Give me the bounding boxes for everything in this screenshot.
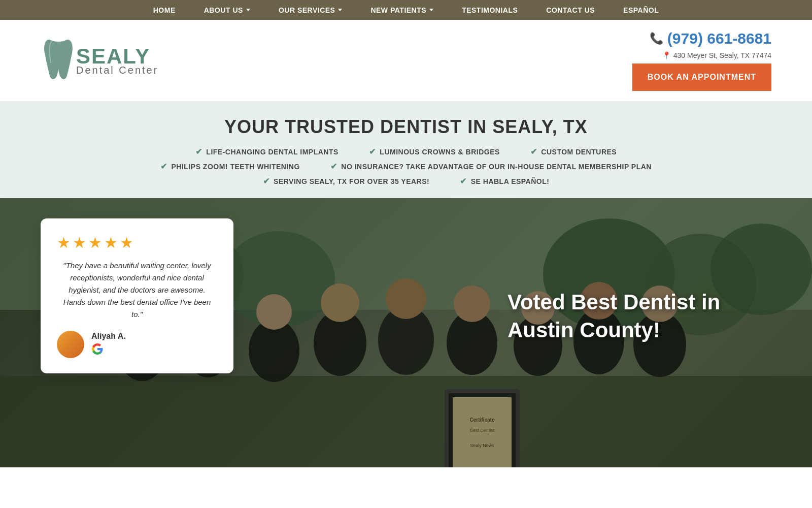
review-card: ★ ★ ★ ★ ★ "They have a beautiful waiting…	[41, 218, 233, 373]
main-navigation: HOME ABOUT US OUR SERVICES NEW PATIENTS …	[0, 0, 812, 20]
google-icon	[91, 343, 126, 357]
feature-dentures: ✔ CUSTOM DENTURES	[530, 147, 617, 156]
phone-number[interactable]: (979) 661-8681	[667, 30, 771, 47]
nav-our-services[interactable]: OUR SERVICES	[264, 0, 357, 20]
logo-text: SEALY Dental Center	[76, 46, 158, 75]
features-row-1: ✔ LIFE-CHANGING DENTAL IMPLANTS ✔ LUMINO…	[195, 147, 617, 156]
header-contact: 📞 (979) 661-8681 📍 430 Meyer St, Sealy, …	[632, 30, 771, 91]
hero-banner: YOUR TRUSTED DENTIST IN SEALY, TX ✔ LIFE…	[0, 101, 812, 198]
feature-whitening: ✔ PHILIPS ZOOM! TEETH WHITENING	[160, 162, 300, 171]
review-text: "They have a beautiful waiting center, l…	[57, 260, 217, 321]
checkmark-icon: ✔	[195, 147, 202, 156]
star-1: ★	[57, 234, 71, 251]
reviewer-avatar	[57, 331, 84, 358]
book-appointment-button[interactable]: BOOK AN APPOINTMENT	[632, 64, 771, 91]
phone-icon: 📞	[650, 32, 663, 45]
feature-implants: ✔ LIFE-CHANGING DENTAL IMPLANTS	[195, 147, 339, 156]
chevron-down-icon	[246, 9, 250, 11]
hero-title: YOUR TRUSTED DENTIST IN SEALY, TX	[10, 116, 802, 138]
map-pin-icon: 📍	[662, 51, 671, 59]
checkmark-icon: ✔	[263, 176, 270, 186]
feature-no-insurance: ✔ NO INSURANCE? TAKE ADVANTAGE OF OUR IN…	[330, 162, 652, 171]
star-5: ★	[120, 234, 133, 251]
checkmark-icon: ✔	[460, 176, 467, 186]
reviewer-info: Aliyah A.	[91, 332, 126, 357]
nav-espanol[interactable]: ESPAÑOL	[609, 0, 673, 20]
photo-section: Certificate Best Dentist Sealy News Vote…	[0, 198, 812, 467]
feature-espanol: ✔ SE HABLA ESPAÑOL!	[460, 176, 549, 186]
features-row-3: ✔ SERVING SEALY, TX FOR OVER 35 YEARS! ✔…	[263, 176, 550, 186]
nav-about-us[interactable]: ABOUT US	[190, 0, 264, 20]
star-4: ★	[104, 234, 118, 251]
nav-home[interactable]: HOME	[139, 0, 190, 20]
checkmark-icon: ✔	[330, 162, 337, 171]
checkmark-icon: ✔	[160, 162, 167, 171]
features-list: ✔ LIFE-CHANGING DENTAL IMPLANTS ✔ LUMINO…	[10, 147, 802, 186]
voted-best-text: Voted Best Dentist in Austin County!	[507, 289, 761, 344]
star-3: ★	[88, 234, 102, 251]
logo-area: SEALY Dental Center	[41, 35, 158, 86]
nav-testimonials[interactable]: TESTIMONIALS	[448, 0, 532, 20]
star-2: ★	[73, 234, 86, 251]
chevron-down-icon	[338, 9, 342, 11]
feature-35years: ✔ SERVING SEALY, TX FOR OVER 35 YEARS!	[263, 176, 430, 186]
checkmark-icon: ✔	[369, 147, 376, 156]
features-row-2: ✔ PHILIPS ZOOM! TEETH WHITENING ✔ NO INS…	[160, 162, 652, 171]
star-rating: ★ ★ ★ ★ ★	[57, 234, 217, 251]
reviewer-name: Aliyah A.	[91, 332, 126, 341]
phone-row: 📞 (979) 661-8681	[650, 30, 771, 47]
address: 📍 430 Meyer St, Sealy, TX 77474	[662, 51, 771, 59]
feature-crowns: ✔ LUMINOUS CROWNS & BRIDGES	[369, 147, 500, 156]
logo-name: SEALY	[76, 46, 158, 67]
chevron-down-icon	[429, 9, 433, 11]
logo-subtitle: Dental Center	[76, 65, 158, 75]
site-header: SEALY Dental Center 📞 (979) 661-8681 📍 4…	[0, 20, 812, 101]
reviewer: Aliyah A.	[57, 331, 217, 358]
checkmark-icon: ✔	[530, 147, 537, 156]
nav-new-patients[interactable]: NEW PATIENTS	[356, 0, 448, 20]
logo-tooth-icon	[41, 35, 76, 86]
nav-contact-us[interactable]: CONTACT US	[532, 0, 609, 20]
